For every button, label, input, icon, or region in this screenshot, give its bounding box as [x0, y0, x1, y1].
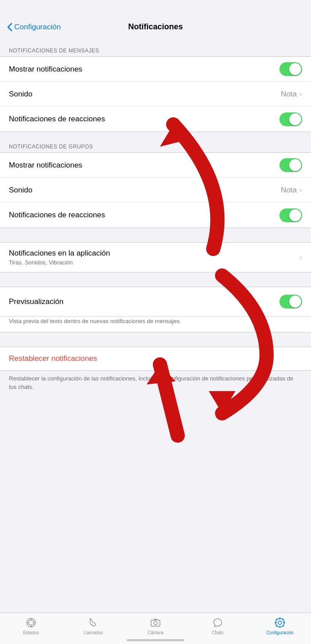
sound-messages-label: Sonido [9, 90, 281, 99]
spacer-mid1 [0, 132, 311, 139]
sound-messages-chevron-icon: › [299, 89, 302, 99]
tab-item-configuracion[interactable]: Configuración [249, 616, 311, 635]
preview-label: Previsualización [9, 297, 279, 306]
nav-bar: Configuración Notificaciones [0, 0, 311, 36]
sound-groups-chevron-icon: › [299, 185, 302, 195]
back-chevron-icon [7, 23, 12, 32]
spacer-mid4 [0, 332, 311, 340]
show-notifications-groups-toggle[interactable] [279, 158, 302, 172]
reset-button-row[interactable]: Restablecer notificaciones [0, 347, 311, 370]
reaction-notifications-messages-row: Notificaciones de reacciones [0, 107, 311, 132]
camara-icon [149, 616, 162, 629]
sound-groups-label: Sonido [9, 186, 281, 195]
page-title: Notificaciones [128, 22, 183, 32]
svg-point-12 [275, 618, 284, 627]
reaction-notifications-messages-label: Notificaciones de reacciones [9, 115, 279, 124]
bottom-spacer [0, 399, 311, 425]
spacer-top [0, 36, 311, 43]
tab-label-configuracion: Configuración [266, 630, 294, 635]
inapp-sublabel: Tiras, Sonidos, Vibración [9, 259, 299, 266]
show-notifications-messages-label: Mostrar notificaciones [9, 65, 279, 74]
show-notifications-groups-row: Mostrar notificaciones [0, 153, 311, 178]
inapp-label: Notificaciones en la aplicación [9, 249, 299, 258]
inapp-text: Notificaciones en la aplicación Tiras, S… [9, 249, 299, 266]
preview-description: Vista previa del texto dentro de nuevas … [9, 318, 181, 324]
preview-toggle[interactable] [279, 295, 302, 308]
preview-row: Previsualización [0, 287, 311, 316]
svg-point-4 [29, 620, 34, 625]
sound-groups-row[interactable]: Sonido Nota › [0, 178, 311, 203]
inapp-row[interactable]: Notificaciones en la aplicación Tiras, S… [0, 243, 311, 272]
svg-point-11 [278, 621, 282, 624]
reaction-notifications-groups-row: Notificaciones de reacciones [0, 203, 311, 228]
tab-item-llamadas[interactable]: Llamadas [62, 616, 124, 635]
tab-label-chats: Chats [212, 630, 223, 635]
groups-section: NOTIFICACIONES DE GRUPOS Mostrar notific… [0, 139, 311, 228]
tab-label-llamadas: Llamadas [84, 630, 103, 635]
tab-label-estados: Estados [23, 630, 39, 635]
tab-label-camara: Cámara [148, 630, 163, 635]
llamadas-icon [87, 616, 100, 629]
show-notifications-messages-row: Mostrar notificaciones [0, 57, 311, 82]
groups-section-body: Mostrar notificaciones Sonido Nota › Not… [0, 152, 311, 228]
sound-groups-value: Nota [281, 186, 297, 195]
reaction-notifications-groups-toggle[interactable] [279, 208, 302, 222]
reaction-notifications-groups-label: Notificaciones de reacciones [9, 211, 279, 220]
spacer-mid2 [0, 228, 311, 235]
sound-messages-value: Nota [281, 90, 297, 99]
sound-messages-row[interactable]: Sonido Nota › [0, 82, 311, 107]
back-label: Configuración [14, 23, 61, 32]
messages-section-header: NOTIFICACIONES DE MENSAJES [0, 43, 311, 56]
svg-rect-9 [151, 620, 160, 626]
reset-notifications-button[interactable]: Restablecer notificaciones [9, 354, 97, 363]
reaction-notifications-messages-toggle[interactable] [279, 112, 302, 126]
configuracion-icon [274, 616, 286, 629]
show-notifications-groups-label: Mostrar notificaciones [9, 161, 279, 170]
estados-icon [25, 616, 37, 629]
tab-item-estados[interactable]: Estados [0, 616, 62, 635]
chats-icon [211, 616, 224, 629]
inapp-chevron-icon: › [299, 253, 302, 262]
tab-item-camara[interactable]: Cámara [124, 616, 187, 635]
back-button[interactable]: Configuración [7, 23, 61, 32]
show-notifications-messages-toggle[interactable] [279, 62, 302, 76]
preview-section: Previsualización Vista previa del texto … [0, 287, 311, 332]
messages-section: NOTIFICACIONES DE MENSAJES Mostrar notif… [0, 43, 311, 132]
home-indicator [127, 639, 184, 641]
svg-point-10 [154, 621, 157, 625]
spacer-mid3 [0, 272, 311, 280]
reset-section: Restablecer notificaciones [0, 347, 311, 371]
tab-item-chats[interactable]: Chats [187, 616, 249, 635]
messages-section-body: Mostrar notificaciones Sonido Nota › Not… [0, 56, 311, 132]
reset-description: Restablecer la configuración de las noti… [0, 371, 311, 399]
preview-text: Previsualización [9, 297, 279, 306]
inapp-section: Notificaciones en la aplicación Tiras, S… [0, 242, 311, 272]
groups-section-header: NOTIFICACIONES DE GRUPOS [0, 139, 311, 152]
